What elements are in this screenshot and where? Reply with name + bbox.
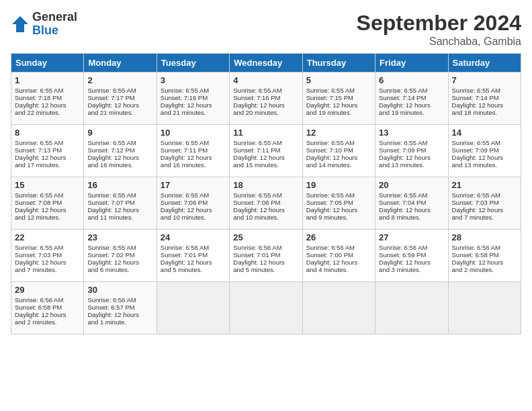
- day-number: 13: [379, 128, 444, 138]
- calendar-cell: 28Sunrise: 6:56 AMSunset: 6:58 PMDayligh…: [448, 230, 521, 282]
- column-header-tuesday: Tuesday: [157, 54, 229, 73]
- cell-info-line: Sunset: 7:01 PM: [161, 251, 226, 259]
- cell-info-line: and 15 minutes.: [233, 161, 298, 169]
- cell-info-line: Daylight: 12 hours: [15, 101, 80, 109]
- cell-info-line: Daylight: 12 hours: [161, 101, 226, 109]
- cell-info-line: Sunset: 7:12 PM: [87, 146, 152, 154]
- calendar-cell: 27Sunrise: 6:56 AMSunset: 6:59 PMDayligh…: [375, 230, 448, 282]
- cell-info-line: Sunset: 7:06 PM: [161, 199, 226, 206]
- title-section: September 2024 Sanchaba, Gambia: [357, 11, 521, 48]
- cell-info-line: Sunrise: 6:55 AM: [452, 191, 517, 199]
- cell-info-line: Daylight: 12 hours: [233, 206, 298, 214]
- cell-info-line: Sunset: 7:05 PM: [306, 199, 371, 206]
- cell-info-line: Daylight: 12 hours: [306, 101, 371, 109]
- logo-icon: [11, 15, 30, 34]
- cell-info-line: Sunset: 7:13 PM: [15, 146, 80, 154]
- cell-info-line: and 18 minutes.: [452, 109, 517, 116]
- day-number: 22: [15, 232, 80, 242]
- cell-info-line: Sunrise: 6:56 AM: [87, 296, 152, 304]
- cell-info-line: Daylight: 12 hours: [87, 101, 152, 109]
- cell-info-line: Sunset: 6:59 PM: [379, 251, 444, 259]
- cell-info-line: Sunrise: 6:55 AM: [161, 191, 226, 199]
- day-number: 23: [87, 232, 152, 242]
- cell-info-line: and 20 minutes.: [233, 109, 298, 116]
- cell-info-line: Daylight: 12 hours: [161, 259, 226, 266]
- calendar-cell: [448, 282, 521, 334]
- cell-info-line: Sunrise: 6:55 AM: [233, 87, 298, 94]
- logo-text: General Blue: [32, 11, 77, 38]
- cell-info-line: and 21 minutes.: [161, 109, 226, 116]
- cell-info-line: Daylight: 12 hours: [87, 154, 152, 161]
- day-number: 5: [306, 75, 371, 85]
- cell-info-line: and 14 minutes.: [306, 161, 371, 169]
- cell-info-line: Sunset: 7:16 PM: [161, 94, 226, 101]
- cell-info-line: Sunrise: 6:55 AM: [379, 87, 444, 94]
- cell-info-line: Daylight: 12 hours: [379, 101, 444, 109]
- cell-info-line: Sunrise: 6:56 AM: [233, 244, 298, 251]
- cell-info-line: Daylight: 12 hours: [87, 259, 152, 266]
- cell-info-line: Sunrise: 6:55 AM: [161, 87, 226, 94]
- cell-info-line: Sunset: 6:57 PM: [87, 304, 152, 311]
- day-number: 6: [379, 75, 444, 85]
- cell-info-line: Sunset: 6:58 PM: [452, 251, 517, 259]
- cell-info-line: Daylight: 12 hours: [87, 206, 152, 214]
- day-number: 26: [306, 232, 371, 242]
- cell-info-line: Daylight: 12 hours: [161, 154, 226, 161]
- calendar-cell: [302, 282, 375, 334]
- cell-info-line: Sunset: 7:11 PM: [161, 146, 226, 154]
- cell-info-line: Sunrise: 6:55 AM: [87, 191, 152, 199]
- cell-info-line: Sunrise: 6:56 AM: [161, 244, 226, 251]
- day-number: 12: [306, 128, 371, 138]
- logo: General Blue: [11, 11, 77, 38]
- cell-info-line: and 17 minutes.: [15, 161, 80, 169]
- calendar-cell: 7Sunrise: 6:55 AMSunset: 7:14 PMDaylight…: [448, 73, 521, 125]
- calendar-cell: 4Sunrise: 6:55 AMSunset: 7:16 PMDaylight…: [230, 73, 302, 125]
- day-number: 9: [87, 128, 152, 138]
- cell-info-line: Sunset: 7:10 PM: [306, 146, 371, 154]
- cell-info-line: and 6 minutes.: [87, 266, 152, 273]
- calendar-cell: 1Sunrise: 6:55 AMSunset: 7:18 PMDaylight…: [11, 73, 84, 125]
- location: Sanchaba, Gambia: [357, 36, 521, 48]
- cell-info-line: Daylight: 12 hours: [87, 311, 152, 318]
- cell-info-line: and 7 minutes.: [15, 266, 80, 273]
- cell-info-line: Sunrise: 6:55 AM: [379, 139, 444, 146]
- week-row-3: 15Sunrise: 6:55 AMSunset: 7:08 PMDayligh…: [11, 177, 521, 230]
- column-header-wednesday: Wednesday: [230, 54, 302, 73]
- cell-info-line: Sunset: 7:18 PM: [15, 94, 80, 101]
- calendar-cell: [375, 282, 448, 334]
- calendar-cell: [157, 282, 229, 334]
- cell-info-line: and 16 minutes.: [87, 161, 152, 169]
- calendar-cell: 19Sunrise: 6:55 AMSunset: 7:05 PMDayligh…: [302, 177, 375, 230]
- cell-info-line: Sunrise: 6:56 AM: [15, 296, 80, 304]
- cell-info-line: Sunrise: 6:55 AM: [15, 87, 80, 94]
- cell-info-line: and 4 minutes.: [306, 266, 371, 273]
- cell-info-line: Sunrise: 6:55 AM: [306, 87, 371, 94]
- page-header: General Blue September 2024 Sanchaba, Ga…: [11, 11, 521, 48]
- cell-info-line: Sunrise: 6:55 AM: [452, 87, 517, 94]
- calendar-cell: 11Sunrise: 6:55 AMSunset: 7:11 PMDayligh…: [230, 125, 302, 177]
- calendar-cell: 24Sunrise: 6:56 AMSunset: 7:01 PMDayligh…: [157, 230, 229, 282]
- calendar-cell: 30Sunrise: 6:56 AMSunset: 6:57 PMDayligh…: [84, 282, 157, 334]
- cell-info-line: Sunrise: 6:55 AM: [233, 191, 298, 199]
- cell-info-line: Sunset: 7:00 PM: [306, 251, 371, 259]
- week-row-2: 8Sunrise: 6:55 AMSunset: 7:13 PMDaylight…: [11, 125, 521, 177]
- cell-info-line: Sunset: 7:04 PM: [379, 199, 444, 206]
- cell-info-line: Sunset: 7:16 PM: [233, 94, 298, 101]
- cell-info-line: and 16 minutes.: [161, 161, 226, 169]
- cell-info-line: Daylight: 12 hours: [15, 206, 80, 214]
- day-number: 4: [233, 75, 298, 85]
- calendar-header-row: SundayMondayTuesdayWednesdayThursdayFrid…: [11, 54, 521, 73]
- cell-info-line: Sunrise: 6:55 AM: [87, 244, 152, 251]
- cell-info-line: Sunrise: 6:55 AM: [233, 139, 298, 146]
- cell-info-line: Daylight: 12 hours: [161, 206, 226, 214]
- cell-info-line: Sunrise: 6:55 AM: [161, 139, 226, 146]
- cell-info-line: and 13 minutes.: [379, 161, 444, 169]
- cell-info-line: and 12 minutes.: [15, 214, 80, 221]
- cell-info-line: Sunset: 7:03 PM: [452, 199, 517, 206]
- cell-info-line: Sunset: 7:09 PM: [452, 146, 517, 154]
- day-number: 28: [452, 232, 517, 242]
- calendar-cell: 10Sunrise: 6:55 AMSunset: 7:11 PMDayligh…: [157, 125, 229, 177]
- cell-info-line: Daylight: 12 hours: [15, 311, 80, 318]
- cell-info-line: and 21 minutes.: [87, 109, 152, 116]
- calendar-cell: 5Sunrise: 6:55 AMSunset: 7:15 PMDaylight…: [302, 73, 375, 125]
